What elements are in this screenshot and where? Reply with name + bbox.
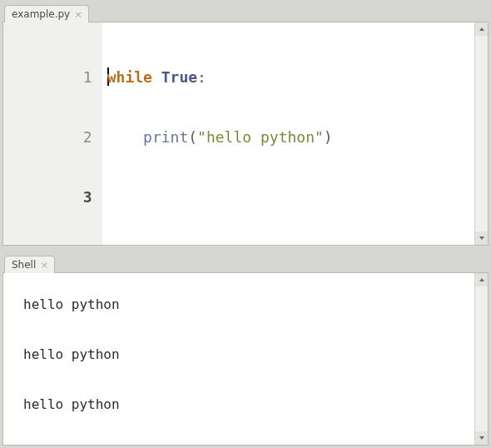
editor-tab-examplepy[interactable]: example.py × — [4, 5, 89, 22]
scroll-up-icon[interactable] — [475, 273, 489, 286]
editor-content: 1 2 3 while True: print("hello python") — [2, 22, 489, 246]
code-line: print("hello python") — [107, 127, 333, 147]
shell-output[interactable]: hello python hello python hello python h… — [3, 273, 474, 445]
close-icon[interactable]: × — [39, 260, 49, 270]
line-number: 2 — [20, 127, 92, 147]
editor-pane: example.py × 1 2 3 while True: print("he… — [0, 0, 491, 251]
editor-tab-label: example.py — [12, 8, 70, 20]
line-number: 3 — [20, 187, 92, 207]
token-string: "hello python" — [197, 128, 324, 146]
code-editor[interactable]: 1 2 3 while True: print("hello python") — [3, 22, 474, 245]
token-function: print — [143, 128, 188, 146]
shell-output-line: hello python — [23, 396, 474, 413]
token-space — [152, 68, 161, 86]
line-number-gutter: 1 2 3 — [3, 22, 102, 245]
editor-tabbar: example.py × — [2, 2, 489, 22]
shell-content: hello python hello python hello python h… — [2, 272, 489, 446]
scroll-down-icon[interactable] — [475, 431, 489, 445]
code-line: while True: — [107, 67, 333, 87]
code-area[interactable]: while True: print("hello python") — [102, 22, 333, 245]
line-number: 1 — [20, 67, 92, 87]
shell-pane: Shell × hello python hello python hello … — [0, 251, 491, 448]
shell-tab[interactable]: Shell × — [4, 256, 55, 273]
token-punct: ( — [188, 128, 197, 146]
shell-tabbar: Shell × — [2, 253, 489, 272]
token-indent — [107, 128, 143, 146]
scroll-up-icon[interactable] — [475, 22, 489, 36]
scroll-track[interactable] — [475, 286, 488, 431]
token-punct: : — [197, 68, 206, 86]
editor-scrollbar[interactable] — [474, 22, 488, 245]
scroll-track[interactable] — [475, 36, 488, 231]
token-boolean: True — [161, 68, 197, 86]
close-icon[interactable]: × — [73, 9, 83, 19]
scroll-down-icon[interactable] — [475, 231, 489, 245]
shell-scrollbar[interactable] — [474, 273, 488, 445]
shell-output-line: hello python — [23, 346, 474, 363]
code-line — [107, 187, 333, 207]
token-keyword: while — [107, 68, 152, 86]
shell-tab-label: Shell — [12, 259, 36, 271]
token-punct: ) — [324, 128, 333, 146]
shell-output-line: hello python — [23, 296, 474, 313]
